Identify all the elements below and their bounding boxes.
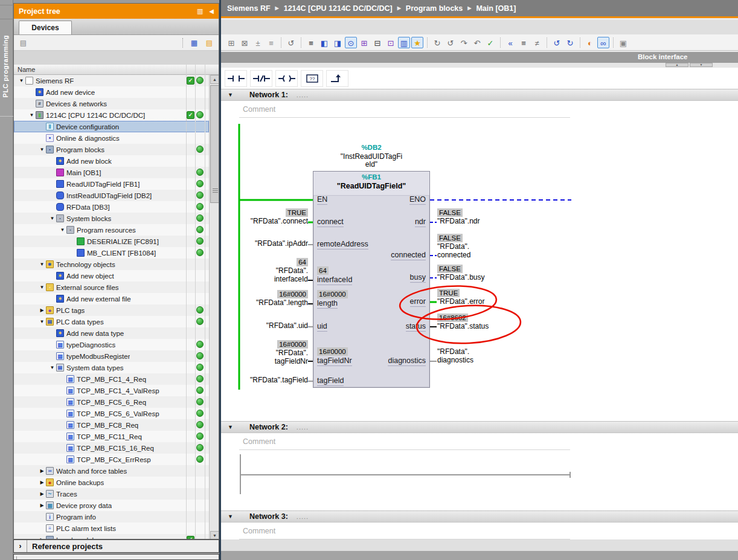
tree-item-tcp-mb-fc5-6-req[interactable]: ▤TCP_MB_FC5_6_Req [14,396,209,408]
column-divider [205,65,205,539]
tree-item-program-resources[interactable]: ▼▪Program resources [14,224,209,236]
expand-collapse-icon[interactable]: ▶ [38,307,46,313]
tree-item-rfdata-db3[interactable]: RFData [DB3] [14,201,209,213]
tree-item-mb-client-fb1084[interactable]: MB_CLIENT [FB1084] [14,247,209,259]
scrollbar-thumb[interactable] [210,85,219,203]
tree-item-label: Device configuration [56,123,119,130]
tree-item-main-ob1[interactable]: Main [OB1] [14,167,209,178]
tree-item-label: System data types [66,364,124,372]
tree-item-add-new-block[interactable]: ✶Add new block [14,155,209,167]
expand-collapse-icon[interactable]: ▶ [38,503,46,508]
db-icon [56,191,64,199]
tree-item-online-diagnostics[interactable]: •Online & diagnostics [14,132,209,144]
tree-item-label: Online backups [56,479,104,486]
add-icon: ✶ [56,295,64,303]
tree-item-label: TCP_MB_FC11_Req [77,433,142,440]
tree-item-tcp-mb-fc11-req[interactable]: ▤TCP_MB_FC11_Req [14,431,209,442]
tree-scrollbar[interactable]: ▲ ▼ [209,75,219,539]
fpb-icon: ▪ [46,146,54,153]
tree-item-system-data-types[interactable]: ▼▤System data types [14,362,209,373]
tree-item-tcp-mb-fcx-errresp[interactable]: ▤TCP_MB_FCx_ErrResp [14,454,209,465]
tree-item-deserialize-fc891[interactable]: DESERIALIZE [FC891] [14,236,209,247]
expand-collapse-icon[interactable]: ▼ [38,147,46,152]
tree-item-tcp-mb-fc1-4-req[interactable]: ▤TCP_MB_FC1_4_Req [14,373,209,385]
tree-item-program-blocks[interactable]: ▼▪Program blocks [14,144,209,155]
tree-item-external-source-files[interactable]: ▼▫External source files [14,282,209,293]
tab-devices[interactable]: Devices [19,21,72,34]
tree-item-instreaduidtagfield-db2[interactable]: InstReadUIDTagField [DB2] [14,190,209,201]
tree-item-online-backups[interactable]: ▶◆Online backups [14,477,209,488]
tree-item-system-blocks[interactable]: ▼▪System blocks [14,213,209,224]
task-card-rail: PLC programming [0,0,13,560]
tree-item-tcp-mb-fc5-6-valresp[interactable]: ▤TCP_MB_FC5_6_ValResp [14,408,209,419]
scroll-up-icon[interactable]: ▲ [210,75,219,84]
expand-collapse-icon[interactable]: ▶ [38,468,46,474]
tree-item-technology-objects[interactable]: ▼✱Technology objects [14,259,209,270]
expand-collapse-icon[interactable]: ▶ [38,491,46,497]
tree-item-label: Siemens RF [36,77,74,85]
online-status-icon [196,398,204,405]
fb-icon [77,249,85,257]
tree-item-typediagnostics[interactable]: ▤typeDiagnostics [14,339,209,350]
tree-item-tcp-mb-fc15-16-req[interactable]: ▤TCP_MB_FC15_16_Req [14,442,209,454]
tree-item-label: InstReadUIDTagField [DB2] [66,192,152,199]
reference-projects-bar[interactable]: › Reference projects [13,539,219,553]
tree-item-add-new-object[interactable]: ✶Add new object [14,270,209,282]
expand-collapse-icon[interactable]: ▼ [38,262,46,267]
expand-collapse-icon[interactable]: ▼ [59,227,66,233]
tree-item-typemodbusregister[interactable]: ▤typeModbusRegister [14,350,209,362]
ob-icon [56,169,64,176]
tree-item-add-new-data-type[interactable]: ✶Add new data type [14,327,209,339]
tree-item-add-new-device[interactable]: ✶Add new device [14,86,209,98]
tree-item-1214c-cpu-1214c-dc-dc-dc[interactable]: ▼▮1214C [CPU 1214C DC/DC/DC]✓ [14,109,209,121]
tree-item-plc-data-types[interactable]: ▼▤PLC data types [14,316,209,327]
tree-item-label: System blocks [66,215,111,222]
tree-item-program-info[interactable]: iProgram info [14,511,209,523]
details-view-bar[interactable]: › [13,554,219,560]
expand-collapse-icon[interactable]: ▶ [38,480,46,485]
scroll-down-icon[interactable]: ▼ [210,531,219,539]
online-status-icon [196,375,204,382]
tree-item-siemens-rf[interactable]: ▼Siemens RF✓ [14,75,209,86]
tree-item-readuidtagfield-fb1[interactable]: ReadUIDTagField [FB1] [14,178,209,190]
expand-collapse-icon[interactable]: ▼ [48,216,56,221]
sstruct-icon: ▤ [66,444,74,452]
expand-collapse-icon[interactable]: ▼ [38,285,46,290]
tree-item-tcp-mb-fc1-4-valresp[interactable]: ▤TCP_MB_FC1_4_ValResp [14,385,209,396]
tree-item-label: Add new external file [66,295,131,303]
expand-collapse-icon[interactable]: ▼ [28,112,36,118]
expand-reference-projects-icon[interactable]: › [14,540,27,552]
tree-item-add-new-external-file[interactable]: ✶Add new external file [14,293,209,304]
compile-ok-icon: ✓ [187,111,194,119]
expand-details-icon[interactable]: › [14,556,17,560]
tree-item-watch-and-force-tables[interactable]: ▶∞Watch and force tables [14,465,209,477]
online-status-icon [196,352,204,359]
tree-item-label: TCP_MB_FC5_6_Req [77,399,146,406]
sstruct-icon: ▤ [66,375,74,383]
tree-item-plc-tags[interactable]: ▶◆PLC tags [14,304,209,316]
tree-item-device-configuration[interactable]: ‖Device configuration [14,121,209,132]
tree-item-label: Traces [56,491,77,498]
export-table-icon[interactable]: ▤ [204,37,215,48]
tree-name-header[interactable]: Name [14,65,219,75]
collapse-panel-icon[interactable]: ◀ [209,8,214,14]
expand-collapse-icon[interactable]: ▼ [18,78,25,83]
tree-item-devices-networks[interactable]: #Devices & networks [14,98,209,109]
ext-icon: ▫ [46,283,54,291]
expand-collapse-icon[interactable]: ▼ [38,319,46,324]
expand-collapse-icon[interactable]: ▼ [48,365,56,370]
tree-item-tcp-mb-fc8-req[interactable]: ▤TCP_MB_FC8_Req [14,419,209,431]
tree-tab-row: Devices [14,19,219,35]
new-item-icon[interactable]: ▤ [18,37,29,48]
tree-item-traces[interactable]: ▶~Traces [14,488,209,500]
fb-icon [56,180,64,188]
tree-item-label: MB_CLIENT [FB1084] [87,249,156,257]
tree-item-device-proxy-data[interactable]: ▶▦Device proxy data [14,500,209,511]
details-view-icon[interactable]: ▦ [188,37,200,48]
tree-item-label: Add new device [46,89,95,96]
trace-icon: ~ [46,490,54,498]
columns-icon[interactable]: ▥ [197,7,203,15]
tree-item-label: Online & diagnostics [56,135,120,142]
tree-item-local-modules[interactable]: ▶▪Local modules✓ [14,534,209,539]
tree-item-plc-alarm-text-lists[interactable]: ≡PLC alarm text lists [14,523,209,534]
